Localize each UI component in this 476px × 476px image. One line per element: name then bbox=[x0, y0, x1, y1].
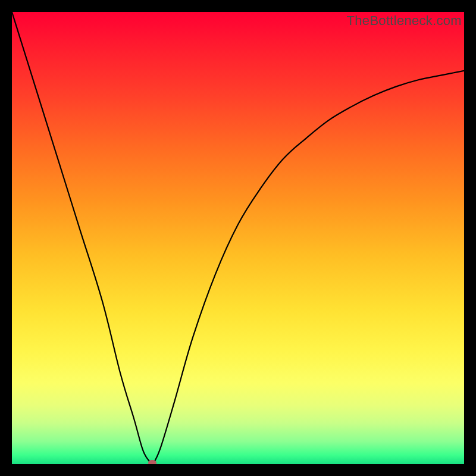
chart-plot-area: TheBottleneck.com bbox=[12, 12, 464, 464]
watermark-text: TheBottleneck.com bbox=[347, 13, 462, 29]
bottleneck-curve bbox=[12, 12, 464, 464]
vertex-marker bbox=[148, 460, 156, 464]
curve-path bbox=[12, 12, 464, 464]
